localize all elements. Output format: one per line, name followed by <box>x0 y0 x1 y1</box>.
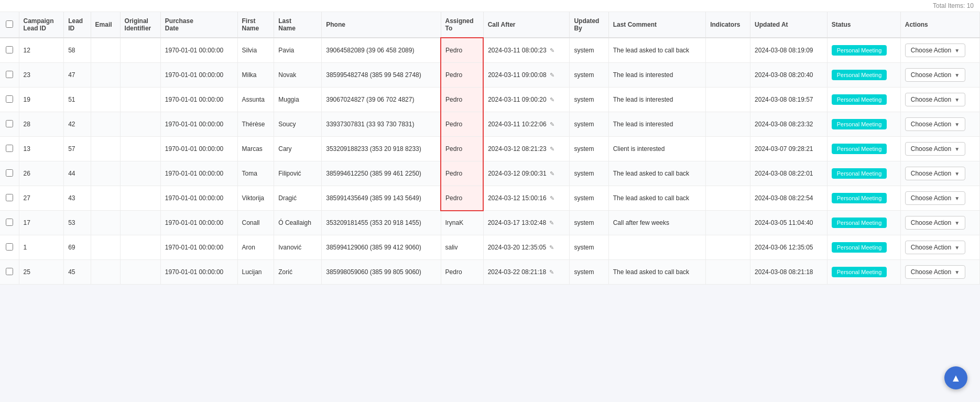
row-actions: Choose Action ▼ <box>900 112 979 137</box>
row-checkbox[interactable] <box>6 71 13 78</box>
row-updated-at: 2024-03-08 08:21:18 <box>750 260 827 285</box>
table-body: 12 58 1970-01-01 00:00:00 Silvia Pavia 3… <box>0 38 980 285</box>
row-phone: 385995482748 (385 99 548 2748) <box>322 63 441 88</box>
action-label: Choose Action <box>911 96 951 103</box>
row-checkbox-cell <box>0 211 19 235</box>
row-last-name: Cary <box>274 137 322 161</box>
row-checkbox[interactable] <box>6 243 13 251</box>
row-assigned-to: Pedro <box>441 88 483 112</box>
action-button[interactable]: Choose Action ▼ <box>905 44 965 57</box>
row-updated-by: system <box>570 235 608 260</box>
status-badge: Personal Meeting <box>832 45 887 56</box>
row-status: Personal Meeting <box>827 260 900 285</box>
row-updated-at: 2024-03-08 08:22:54 <box>750 186 827 211</box>
row-purchase-date: 1970-01-01 00:00:00 <box>160 211 237 235</box>
row-first-name: Toma <box>237 161 274 186</box>
row-purchase-date: 1970-01-01 00:00:00 <box>160 186 237 211</box>
call-after-edit-icon[interactable]: ✎ <box>550 170 554 177</box>
row-original-identifier <box>120 260 160 285</box>
chevron-down-icon: ▼ <box>954 97 960 103</box>
row-last-name: Zorić <box>274 260 322 285</box>
call-after-edit-icon[interactable]: ✎ <box>549 269 554 276</box>
call-after-edit-icon[interactable]: ✎ <box>549 244 554 251</box>
row-campaign-lead-id: 28 <box>19 112 64 137</box>
table-row: 19 51 1970-01-01 00:00:00 Assunta Muggia… <box>0 88 980 112</box>
col-indicators: Indicators <box>706 12 750 38</box>
row-updated-at: 2024-03-08 08:20:40 <box>750 63 827 88</box>
row-checkbox[interactable] <box>6 219 13 226</box>
row-checkbox[interactable] <box>6 120 13 127</box>
action-button[interactable]: Choose Action ▼ <box>905 167 965 180</box>
call-after-edit-icon[interactable]: ✎ <box>550 47 554 54</box>
row-indicators <box>706 88 750 112</box>
row-checkbox[interactable] <box>6 169 13 177</box>
row-campaign-lead-id: 19 <box>19 88 64 112</box>
row-last-comment: The lead is interested <box>608 63 706 88</box>
row-actions: Choose Action ▼ <box>900 161 979 186</box>
row-original-identifier <box>120 63 160 88</box>
row-purchase-date: 1970-01-01 00:00:00 <box>160 38 237 63</box>
row-assigned-to: saliv <box>441 235 483 260</box>
action-button[interactable]: Choose Action ▼ <box>905 93 965 106</box>
col-original-identifier: OriginalIdentifier <box>120 12 160 38</box>
row-indicators <box>706 235 750 260</box>
row-email <box>91 260 120 285</box>
action-button[interactable]: Choose Action ▼ <box>905 117 965 131</box>
row-checkbox[interactable] <box>6 268 13 275</box>
table-row: 27 43 1970-01-01 00:00:00 Viktorija Drag… <box>0 186 980 211</box>
table-row: 1 69 1970-01-01 00:00:00 Aron Ivanović 3… <box>0 235 980 260</box>
action-button[interactable]: Choose Action ▼ <box>905 68 965 82</box>
action-button[interactable]: Choose Action ▼ <box>905 191 965 205</box>
row-status: Personal Meeting <box>827 112 900 137</box>
row-status: Personal Meeting <box>827 38 900 63</box>
action-button[interactable]: Choose Action ▼ <box>905 265 965 279</box>
row-updated-by: system <box>570 161 608 186</box>
row-updated-at: 2024-03-07 09:28:21 <box>750 137 827 161</box>
row-call-after: 2024-03-22 08:21:18 ✎ <box>483 260 570 285</box>
row-call-after: 2024-03-12 15:00:16 ✎ <box>483 186 570 211</box>
row-checkbox[interactable] <box>6 145 13 152</box>
call-after-edit-icon[interactable]: ✎ <box>550 72 554 79</box>
row-updated-by: system <box>570 63 608 88</box>
row-phone: 39064582089 (39 06 458 2089) <box>322 38 441 63</box>
row-checkbox-cell <box>0 112 19 137</box>
call-after-edit-icon[interactable]: ✎ <box>549 220 554 226</box>
row-checkbox-cell <box>0 137 19 161</box>
row-last-comment: Client is interested <box>608 137 706 161</box>
row-assigned-to: Pedro <box>441 112 483 137</box>
action-label: Choose Action <box>911 244 951 251</box>
action-button[interactable]: Choose Action ▼ <box>905 241 965 254</box>
row-first-name: Milka <box>237 63 274 88</box>
call-after-edit-icon[interactable]: ✎ <box>550 96 554 103</box>
row-email <box>91 88 120 112</box>
status-badge: Personal Meeting <box>832 119 887 129</box>
call-after-edit-icon[interactable]: ✎ <box>550 146 554 153</box>
row-original-identifier <box>120 186 160 211</box>
row-checkbox[interactable] <box>6 95 13 103</box>
row-updated-by: system <box>570 211 608 235</box>
row-last-comment: The lead asked to call back <box>608 161 706 186</box>
row-email <box>91 235 120 260</box>
row-campaign-lead-id: 25 <box>19 260 64 285</box>
call-after-edit-icon[interactable]: ✎ <box>550 195 554 202</box>
chevron-down-icon: ▼ <box>954 269 960 275</box>
select-all-checkbox[interactable] <box>6 20 13 28</box>
row-actions: Choose Action ▼ <box>900 260 979 285</box>
col-email: Email <box>91 12 120 38</box>
row-call-after: 2024-03-11 08:00:23 ✎ <box>483 38 570 63</box>
action-button[interactable]: Choose Action ▼ <box>905 142 965 156</box>
call-after-edit-icon[interactable]: ✎ <box>550 121 554 128</box>
action-button[interactable]: Choose Action ▼ <box>905 216 965 230</box>
row-checkbox[interactable] <box>6 46 13 53</box>
table-row: 12 58 1970-01-01 00:00:00 Silvia Pavia 3… <box>0 38 980 63</box>
chevron-down-icon: ▼ <box>954 195 960 201</box>
chevron-down-icon: ▼ <box>954 220 960 226</box>
row-assigned-to: Pedro <box>441 186 483 211</box>
chevron-down-icon: ▼ <box>954 245 960 251</box>
row-checkbox-cell <box>0 235 19 260</box>
row-checkbox[interactable] <box>6 194 13 201</box>
row-call-after: 2024-03-12 09:00:31 ✎ <box>483 161 570 186</box>
action-label: Choose Action <box>911 121 951 128</box>
row-original-identifier <box>120 235 160 260</box>
action-label: Choose Action <box>911 170 951 177</box>
